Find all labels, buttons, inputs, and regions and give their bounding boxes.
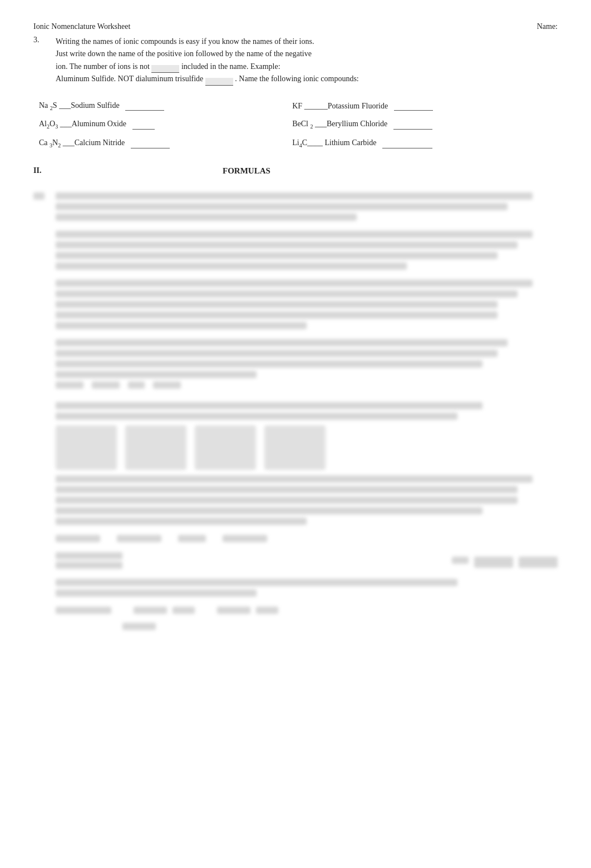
worksheet-title: Ionic Nomenclature Worksheet [33, 22, 130, 31]
intro-line3b: included in the name. Example: [181, 62, 280, 71]
blurred-paragraph-4 [56, 339, 558, 392]
formula-cell: Al2O3 ___Aluminum Oxide [33, 115, 287, 134]
name-label: Name: [537, 22, 558, 31]
blurred-section-4 [33, 192, 558, 633]
intro-line1: Writing the names of ionic compounds is … [56, 37, 314, 46]
example-line: Aluminum Sulfide. NOT dialuminum trisulf… [56, 75, 203, 83]
formulas-title: FORMULAS [223, 166, 270, 176]
blurred-boxes-row [56, 552, 558, 572]
section-3: 3. Writing the names of ionic compounds … [33, 36, 558, 86]
label-li4c: Lithium Carbide [325, 138, 377, 147]
formula-cell: KF ______Potassium Fluoride [287, 97, 558, 116]
blank-included [151, 65, 179, 73]
answer-li4c[interactable] [382, 141, 432, 148]
compounds-table: Na 2S ___Sodium Sulfide KF ______Potassi… [33, 97, 558, 153]
formula-li4c: Li4C____ [292, 138, 323, 147]
answer-kf[interactable] [394, 103, 433, 111]
formula-cell: Li4C____ Lithium Carbide [287, 134, 558, 153]
intro-line3: ion. The number of ions is not [56, 62, 150, 71]
formula-becl2: BeCl 2 [292, 120, 313, 128]
blurred-paragraph-3 [56, 280, 558, 329]
label-kf: ______Potassium Fluoride [304, 102, 388, 110]
table-row: Al2O3 ___Aluminum Oxide BeCl 2 ___Beryll… [33, 115, 558, 134]
label-al2o3: ___Aluminum Oxide [60, 120, 126, 128]
blurred-content [33, 187, 558, 641]
answer-becl2[interactable] [393, 122, 432, 130]
example-line2: . Name the following ionic compounds: [235, 75, 358, 83]
formula-cell: Ca 3N2 ___Calcium Nitride [33, 134, 287, 153]
blurred-paragraph-5 [56, 402, 558, 525]
blurred-bottom-row [56, 607, 558, 617]
worksheet-header: Ionic Nomenclature Worksheet Name: [33, 22, 558, 31]
formula-ca3n2: Ca 3N2 [39, 138, 61, 147]
formula-kf: KF [292, 102, 302, 110]
blurred-paragraph-2 [56, 231, 558, 270]
answer-ca3n2[interactable] [131, 141, 170, 148]
formula-cell: BeCl 2 ___Beryllium Chloride [287, 115, 558, 134]
blank-example [205, 78, 233, 86]
section-II: II. FORMULAS [33, 166, 558, 176]
formula-na2s: Na 2S [39, 101, 57, 110]
blurred-last-line [122, 623, 558, 630]
table-row: Ca 3N2 ___Calcium Nitride Li4C____ Lithi… [33, 134, 558, 153]
label-na2s: ___Sodium Sulfide [59, 101, 120, 110]
answer-na2s[interactable] [125, 103, 164, 111]
formula-cell: Na 2S ___Sodium Sulfide [33, 97, 287, 116]
answer-al2o3[interactable] [132, 122, 155, 130]
blurred-label-row [56, 535, 558, 545]
blurred-images [56, 425, 558, 470]
label-ca3n2: ___Calcium Nitride [63, 138, 125, 147]
section-3-body: Writing the names of ionic compounds is … [56, 36, 359, 86]
label-becl2: ___Beryllium Chloride [315, 120, 387, 128]
formula-al2o3: Al2O3 [39, 120, 58, 128]
section-II-label: II. [33, 166, 50, 176]
intro-line2: Just write down the name of the positive… [56, 49, 312, 58]
section-3-number: 3. [33, 36, 50, 86]
table-row: Na 2S ___Sodium Sulfide KF ______Potassi… [33, 97, 558, 116]
blurred-paragraph-1 [56, 192, 558, 221]
blurred-paragraph-6 [56, 579, 558, 597]
